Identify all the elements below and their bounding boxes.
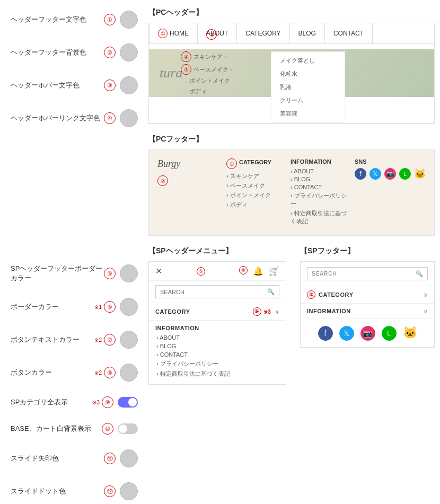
sp-category-row[interactable]: CATEGORY ⑨ ※3 ∨ xyxy=(149,303,286,321)
color-swatch-5[interactable] xyxy=(120,264,138,282)
sp-badge-9: ⑨ xyxy=(253,307,261,316)
nav-badge-2: ② xyxy=(206,29,217,40)
color-swatch-8[interactable] xyxy=(120,364,138,382)
chevron-right-icon-2: › xyxy=(231,67,232,73)
sp-search-bar[interactable]: 🔍 xyxy=(155,285,279,298)
sp-footer-info-label: INFORMATION xyxy=(307,308,351,314)
sp-header-preview: ✕ ⑤ ⑩ 🔔 🛒 🔍 CATEGORY xyxy=(148,261,286,385)
dropdown-item-5[interactable]: 美容液 xyxy=(280,108,336,119)
sns-cat-icon[interactable]: 🐱 xyxy=(414,168,426,180)
bell-icon[interactable]: 🔔 xyxy=(253,266,263,276)
sp-footer-sns: f 𝕏 📷 L 🐱 xyxy=(301,320,434,347)
sp-info-blog[interactable]: BLOG xyxy=(155,343,279,349)
sp-sns-instagram-icon[interactable]: 📷 xyxy=(360,326,375,341)
dropdown-item-1[interactable]: メイク落とし xyxy=(280,55,336,66)
sp-sns-cat-icon[interactable]: 🐱 xyxy=(403,326,417,341)
badge-12: ⑫ xyxy=(104,485,116,497)
setting-row-8: ボタンカラー ※2 ⑧ xyxy=(11,364,138,382)
close-icon[interactable]: ✕ xyxy=(155,266,162,276)
sns-twitter-icon[interactable]: 𝕏 xyxy=(369,168,381,180)
setting-row-7: ボタンテキストカラー ※2 ⑦ xyxy=(11,331,138,349)
sp-sns-twitter-icon[interactable]: 𝕏 xyxy=(339,326,354,341)
badge-10: ⑩ xyxy=(102,423,113,435)
setting-label-10: BASE、カート白背景表示 xyxy=(11,424,102,434)
setting-label-9: SPカテゴリ全表示 xyxy=(11,397,92,407)
sp-info-law[interactable]: 特定商取引法に基づく表記 xyxy=(155,370,279,378)
pc-footer-preview: Burgy ② ① CATEGORY スキンケア ベースメイク ポイントメイク … xyxy=(148,149,435,236)
sp-sns-facebook-icon[interactable]: f xyxy=(318,326,333,341)
nav-badge-1: ① xyxy=(158,29,168,38)
footer-link-law[interactable]: 特定商取引法に基づく表記 xyxy=(291,209,349,225)
color-swatch-1[interactable] xyxy=(120,11,138,29)
sp-search-input[interactable] xyxy=(160,289,267,295)
setting-row-11: スライド矢印色 ⑪ xyxy=(11,449,138,467)
sp-accordion-category[interactable]: ⑤ CATEGORY ∨ xyxy=(301,286,434,304)
nav-home[interactable]: ① HOME xyxy=(149,23,198,43)
footer-link-about[interactable]: ABOUT xyxy=(291,168,349,174)
color-swatch-6[interactable] xyxy=(120,298,138,316)
toggle-sp-category[interactable] xyxy=(118,397,138,408)
nav-category[interactable]: CATEGORY xyxy=(237,23,289,43)
sp-topbar-icons: ⑩ 🔔 🛒 xyxy=(239,266,279,276)
dropdown-badge-4: ④ xyxy=(181,51,191,62)
sp-info-about[interactable]: ABOUT xyxy=(155,334,279,341)
footer-info-col: INFORMATION ABOUT BLOG CONTACT プライバシーポリシ… xyxy=(291,158,349,227)
sns-instagram-icon[interactable]: 📷 xyxy=(384,168,396,180)
sp-footer-category-label: CATEGORY xyxy=(319,291,354,298)
sp-category-label: CATEGORY xyxy=(155,308,190,315)
sp-footer-accordion: ⑤ CATEGORY ∨ INFORMATION ∨ xyxy=(301,286,434,319)
nav-contact[interactable]: CONTACT xyxy=(325,23,373,43)
sns-line-icon[interactable]: L xyxy=(399,168,411,180)
chevron-down-info-icon: ∨ xyxy=(424,308,428,314)
footer-link-point[interactable]: ポイントメイク xyxy=(226,191,285,199)
footer-link-skincare[interactable]: スキンケア xyxy=(226,172,285,180)
badge-11: ⑪ xyxy=(104,453,116,464)
setting-label-6: ボーダーカラー xyxy=(11,302,94,312)
chevron-down-icon: ∨ xyxy=(275,309,279,315)
dropdown-item-3[interactable]: 乳液 xyxy=(280,82,336,93)
badge-4: ④ xyxy=(104,112,116,124)
footer-sns-col: SNS f 𝕏 📷 L 🐱 xyxy=(355,158,426,180)
color-swatch-11[interactable] xyxy=(120,449,138,467)
sp-footer-search-bar[interactable]: 🔍 xyxy=(307,267,428,280)
sp-topbar: ✕ ⑤ ⑩ 🔔 🛒 xyxy=(149,262,286,281)
sp-info-privacy[interactable]: プライバシーポリシー xyxy=(155,360,279,368)
setting-label-2: ヘッダーフッター背景色 xyxy=(11,48,104,57)
nav-blog[interactable]: BLOG xyxy=(290,23,325,43)
footer-link-base[interactable]: ベースメイク xyxy=(226,182,285,190)
nav-about[interactable]: ABOUT xyxy=(198,23,237,43)
cart-icon[interactable]: 🛒 xyxy=(269,266,279,276)
toggle-base-cart[interactable] xyxy=(118,423,138,434)
dropdown-item-4[interactable]: クリーム xyxy=(280,95,336,106)
note-badge-4: ※3 xyxy=(92,400,100,405)
pc-header-preview: ① HOME ABOUT CATEGORY BLOG CONTACT ② ④ ス… xyxy=(148,23,435,124)
sp-header-title: 【SPヘッダーメニュー】 xyxy=(148,246,292,256)
sp-sns-line-icon[interactable]: L xyxy=(382,326,397,341)
sp-footer-badge-5: ⑤ xyxy=(307,290,315,299)
footer-badge-1: ① xyxy=(226,158,237,169)
sp-info-title: INFORMATION xyxy=(155,325,279,331)
dropdown-badge-3: ③ xyxy=(181,64,191,75)
sns-facebook-icon[interactable]: f xyxy=(355,168,366,180)
sp-accordion-info[interactable]: INFORMATION ∨ xyxy=(301,304,434,319)
color-swatch-12[interactable] xyxy=(120,482,138,500)
sp-info-contact[interactable]: CONTACT xyxy=(155,351,279,358)
setting-label-5: SPヘッダーフッターボーダーカラー xyxy=(11,264,104,283)
sp-note-3: ※3 xyxy=(263,309,271,315)
footer-badge-2: ② xyxy=(157,175,168,186)
setting-row-9: SPカテゴリ全表示 ※3 ⑨ xyxy=(11,396,138,408)
setting-row-4: ヘッダーホバーリンク文字色 ④ xyxy=(11,109,138,127)
color-swatch-7[interactable] xyxy=(120,331,138,349)
color-swatch-2[interactable] xyxy=(120,43,138,61)
footer-link-privacy[interactable]: プライバシーポリシー xyxy=(291,192,349,208)
right-preview-panel: 【PCヘッダー】 ① HOME ABOUT CATEGORY BLOG CONT… xyxy=(143,0,440,393)
footer-link-blog[interactable]: BLOG xyxy=(291,176,349,182)
note-badge-2: ※2 xyxy=(94,337,102,343)
footer-link-body[interactable]: ボディ xyxy=(226,201,285,209)
color-swatch-4[interactable] xyxy=(120,109,138,127)
dropdown-item-2[interactable]: 化粧水 xyxy=(280,68,336,79)
footer-category-col: ① CATEGORY スキンケア ベースメイク ポイントメイク ボディ xyxy=(226,158,285,210)
footer-link-contact[interactable]: CONTACT xyxy=(291,184,349,190)
sp-footer-search-input[interactable] xyxy=(312,271,416,277)
color-swatch-3[interactable] xyxy=(120,76,138,94)
